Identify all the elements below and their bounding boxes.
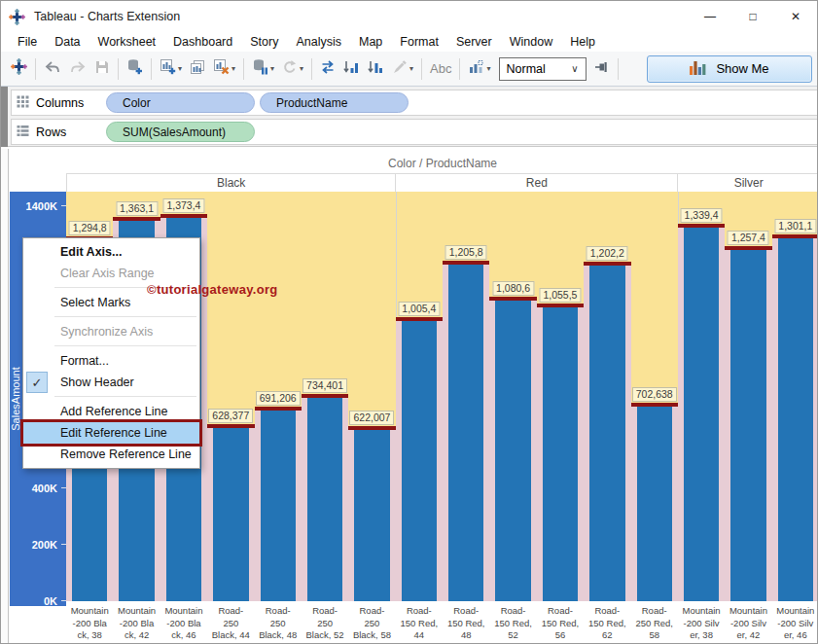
menu-item-show-header[interactable]: Show Header✓ [23,372,199,393]
dropdown-caret-icon[interactable]: ▾ [178,64,182,73]
columns-pill-color[interactable]: Color [106,92,255,113]
section-header-red[interactable]: Red [395,174,677,192]
menu-data[interactable]: Data [46,33,89,51]
close-icon[interactable]: ✕ [774,1,817,32]
bar-column[interactable]: 1,257,4 [725,192,771,601]
pause-updates-button[interactable]: ▾ [248,55,278,83]
dropdown-caret-icon[interactable]: ▾ [270,64,274,73]
reference-band [207,424,254,601]
redo-button[interactable] [65,55,90,83]
bar-column[interactable]: 1,202,2 [584,192,630,601]
bar-mark[interactable] [589,266,624,601]
menu-item-edit-axis[interactable]: Edit Axis... [23,241,199,263]
sort-descending-button[interactable] [364,55,388,83]
minimize-icon[interactable]: — [689,1,731,32]
bar-mark[interactable] [402,321,437,601]
bar-mark[interactable] [213,428,248,601]
clear-sheet-button[interactable]: ▾ [209,55,239,83]
fit-selector[interactable]: Normal∨ [499,57,587,81]
x-axis-label[interactable]: Road- 250 Black, 44 [207,604,254,642]
menu-item-format[interactable]: Format... [23,350,199,372]
x-axis-label[interactable]: Road- 250 Red, 58 [631,604,678,642]
menu-dashboard[interactable]: Dashboard [164,33,241,51]
duplicate-sheet-button[interactable] [186,55,209,83]
abc-button[interactable]: Abc [426,55,455,83]
menu-help[interactable]: Help [561,33,604,51]
bar-column[interactable]: 702,638 [631,192,678,601]
run-updates-button[interactable]: ▾ [278,55,307,83]
bar-column[interactable]: 1,205,8 [443,192,489,601]
x-axis-label[interactable]: Mountain -200 Bla ck, 42 [113,604,160,642]
dropdown-caret-icon[interactable]: ▾ [486,64,490,73]
menu-format[interactable]: Format [391,33,447,51]
bar-column[interactable]: 691,206 [255,192,302,601]
x-axis-label[interactable]: Road- 250 Black, 52 [302,604,348,642]
bar-mark[interactable] [730,250,765,601]
menu-item-add-reference-line[interactable]: Add Reference Line [23,401,199,422]
x-axis-label[interactable]: Mountain -200 Silv er, 42 [725,604,771,642]
bar-mark[interactable] [354,430,389,601]
x-axis-label[interactable]: Road- 150 Red, 48 [443,604,489,642]
pin-button[interactable] [590,55,614,83]
swap-rows-columns-button[interactable] [316,55,339,83]
bar-column[interactable]: 1,055,5 [537,192,584,601]
bar-column[interactable]: 1,301,1 [772,192,818,601]
bar-mark[interactable] [307,398,342,601]
menu-item-edit-reference-line[interactable]: Edit Reference Line [23,422,199,444]
rows-pill-sum-salesamount-[interactable]: SUM(SalesAmount) [106,122,255,142]
window-controls: — □ ✕ [689,1,817,32]
x-axis-label[interactable]: Road- 250 Black, 48 [255,604,302,642]
bar-column[interactable]: 1,339,4 [678,192,725,601]
reference-value-label: 622,007 [349,411,394,425]
tableau-logo-button[interactable] [7,55,31,83]
x-axis-label[interactable]: Mountain -200 Silv er, 38 [678,604,725,642]
add-datasource-button[interactable] [123,55,147,83]
dropdown-caret-icon[interactable]: ▾ [300,64,303,73]
bar-column[interactable]: 734,401 [302,192,348,601]
bar-column[interactable]: 628,377 [207,192,254,601]
show-me-button[interactable]: Show Me [647,55,812,83]
save-button[interactable] [90,55,114,83]
menu-server[interactable]: Server [447,33,501,51]
x-axis-label[interactable]: Road- 150 Red, 44 [396,604,443,642]
x-axis-label[interactable]: Mountain -200 Silv er, 46 [772,604,818,642]
x-axis-label[interactable]: Road- 150 Red, 62 [584,604,630,642]
columns-shelf[interactable]: Columns ColorProductName [11,89,818,116]
x-axis-label[interactable]: Mountain -200 Bla ck, 38 [66,604,113,642]
bar-column[interactable]: 1,080,6 [489,192,536,601]
section-header-black[interactable]: Black [66,174,395,192]
menu-window[interactable]: Window [501,33,561,51]
fit-selector-value: Normal [507,62,546,76]
x-axis-label[interactable]: Road- 150 Red, 52 [489,604,536,642]
bar-mark[interactable] [637,407,672,601]
x-axis-label[interactable]: Mountain -200 Bla ck, 46 [160,604,207,642]
x-axis-label[interactable]: Road- 150 Red, 56 [537,604,584,642]
menu-item-remove-reference-line[interactable]: Remove Reference Line [23,444,199,465]
mark-labels-button[interactable]: ▾ [464,55,494,83]
reference-value-label: 1,205,8 [445,245,487,260]
columns-pill-productname[interactable]: ProductName [260,92,409,113]
maximize-icon[interactable]: □ [731,1,774,32]
dropdown-caret-icon[interactable]: ▾ [409,64,413,73]
sort-ascending-button[interactable] [339,55,364,83]
menu-analysis[interactable]: Analysis [287,33,350,51]
menu-map[interactable]: Map [350,33,391,51]
highlight-button[interactable]: ▾ [388,55,417,83]
bar-mark[interactable] [495,301,530,601]
bar-column[interactable]: 622,007 [348,192,395,601]
bar-mark[interactable] [684,228,719,601]
menu-story[interactable]: Story [241,33,287,51]
dropdown-caret-icon[interactable]: ▾ [231,64,235,73]
rows-shelf[interactable]: Rows SUM(SalesAmount) [11,119,818,145]
bar-mark[interactable] [778,238,813,601]
bar-mark[interactable] [448,265,483,601]
undo-button[interactable] [40,55,65,83]
section-header-silver[interactable]: Silver [677,174,818,192]
x-axis-label[interactable]: Road- 250 Black, 58 [348,604,395,642]
bar-column[interactable]: 1,005,4 [396,192,443,601]
bar-mark[interactable] [261,411,296,601]
new-worksheet-button[interactable]: ▾ [156,55,186,83]
bar-mark[interactable] [543,307,578,601]
menu-worksheet[interactable]: Worksheet [89,33,165,51]
menu-file[interactable]: File [9,33,46,51]
